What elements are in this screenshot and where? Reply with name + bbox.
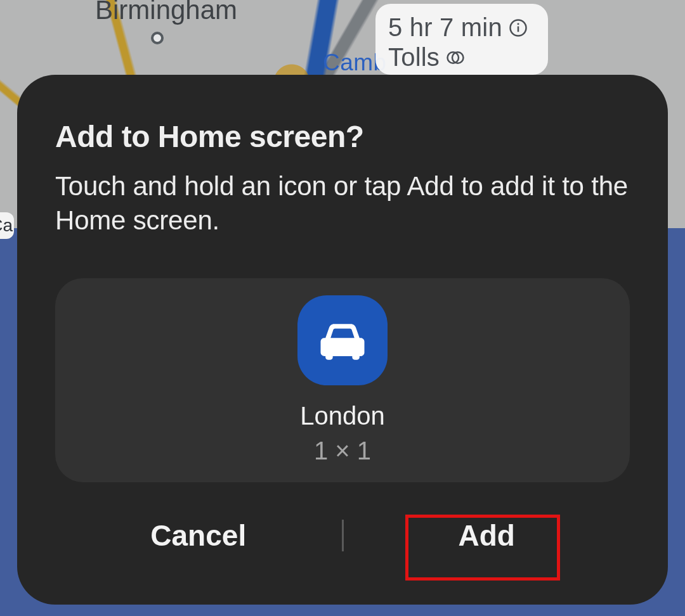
shortcut-size: 1 × 1 [314,437,371,465]
shortcut-preview[interactable]: London 1 × 1 [55,278,630,482]
map-city-marker [151,32,164,44]
svg-point-5 [327,343,335,351]
route-condition: Tolls [388,42,440,72]
shortcut-name: London [300,402,384,430]
add-button-highlight [405,515,560,581]
toll-icon [446,48,465,67]
svg-point-6 [350,343,358,351]
cancel-button[interactable]: Cancel [55,502,342,569]
map-city-label: Birmingham [95,0,237,25]
map-edge-label: Ca [0,212,14,239]
route-info-card: 5 hr 7 min Tolls [375,4,548,75]
add-to-home-dialog: Add to Home screen? Touch and hold an ic… [17,75,668,605]
dialog-title: Add to Home screen? [55,119,630,154]
svg-point-2 [517,23,519,25]
car-icon[interactable] [297,295,388,385]
info-icon [509,18,528,37]
dialog-description: Touch and hold an icon or tap Add to add… [55,169,630,238]
route-duration: 5 hr 7 min [388,13,502,42]
